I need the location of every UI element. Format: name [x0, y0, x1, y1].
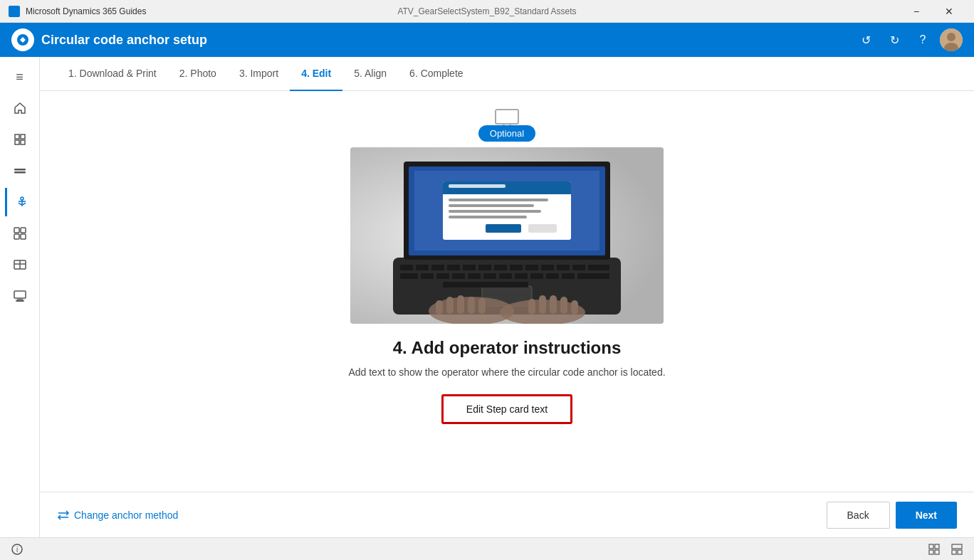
header-logo	[11, 28, 34, 51]
svg-rect-73	[457, 295, 464, 314]
svg-rect-42	[588, 265, 609, 270]
sidebar-item-menu[interactable]: ≡	[6, 63, 34, 91]
tab-edit[interactable]: 4. Edit	[290, 57, 342, 91]
svg-rect-13	[14, 228, 19, 233]
tab-download-print[interactable]: 1. Download & Print	[57, 57, 168, 91]
svg-rect-46	[452, 273, 465, 279]
svg-text:i: i	[16, 546, 18, 554]
next-button[interactable]: Next	[896, 502, 957, 529]
svg-rect-32	[431, 265, 444, 270]
svg-rect-49	[499, 273, 512, 279]
title-bar: Microsoft Dynamics 365 Guides ATV_GearSe…	[0, 0, 974, 23]
svg-rect-31	[416, 265, 429, 270]
svg-rect-75	[478, 298, 486, 314]
laptop-image	[350, 147, 664, 324]
svg-rect-74	[468, 297, 475, 314]
svg-rect-14	[21, 228, 26, 233]
tab-align[interactable]: 5. Align	[342, 57, 398, 91]
svg-rect-68	[528, 224, 557, 233]
sidebar-item-anchor[interactable]	[5, 188, 36, 216]
svg-rect-7	[21, 140, 25, 144]
sidebar-item-media[interactable]	[6, 282, 34, 310]
tab-complete[interactable]: 6. Complete	[398, 57, 474, 91]
svg-rect-43	[400, 273, 418, 279]
svg-rect-53	[562, 273, 575, 279]
svg-rect-5	[21, 134, 25, 139]
svg-rect-67	[486, 224, 521, 233]
tabs: 1. Download & Print 2. Photo 3. Import 4…	[40, 57, 974, 91]
sidebar-item-step[interactable]	[6, 157, 34, 185]
svg-rect-41	[572, 265, 585, 270]
back-button[interactable]: Back	[827, 502, 890, 529]
svg-rect-61	[443, 190, 571, 194]
svg-rect-37	[510, 265, 523, 270]
svg-rect-76	[528, 299, 535, 315]
svg-rect-48	[483, 273, 496, 279]
svg-rect-38	[525, 265, 538, 270]
svg-rect-55	[443, 282, 528, 287]
svg-rect-72	[446, 297, 454, 314]
change-anchor-button[interactable]: Change anchor method	[57, 509, 178, 521]
undo-button[interactable]: ↺	[854, 28, 877, 51]
svg-rect-54	[577, 273, 609, 279]
sidebar-item-outline[interactable]	[6, 125, 34, 154]
step-desc: Add text to show the operator where the …	[348, 366, 665, 378]
svg-point-10	[21, 197, 23, 200]
content-area: 1. Download & Print 2. Photo 3. Import 4…	[40, 57, 974, 537]
svg-rect-50	[515, 273, 528, 279]
svg-rect-87	[952, 544, 962, 549]
svg-rect-64	[449, 204, 534, 207]
close-button[interactable]: ✕	[933, 0, 965, 23]
svg-rect-4	[15, 134, 19, 139]
sidebar-item-home[interactable]	[6, 94, 34, 122]
app-icon	[9, 6, 20, 17]
main-content: Optional	[40, 91, 974, 492]
svg-rect-36	[494, 265, 507, 270]
svg-rect-65	[449, 210, 541, 213]
footer-nav: Back Next	[827, 502, 957, 529]
svg-rect-35	[478, 265, 491, 270]
svg-rect-63	[449, 199, 548, 201]
edit-step-card-button[interactable]: Edit Step card text	[442, 395, 572, 423]
svg-rect-23	[496, 110, 518, 124]
svg-rect-66	[449, 216, 527, 218]
tab-photo[interactable]: 2. Photo	[168, 57, 228, 91]
app-header-title: Circular code anchor setup	[41, 33, 207, 48]
svg-rect-44	[421, 273, 434, 279]
svg-rect-77	[539, 295, 546, 314]
svg-rect-15	[14, 234, 19, 239]
title-bar-controls: − ✕	[900, 0, 965, 23]
app-name: Microsoft Dynamics 365 Guides	[26, 6, 146, 16]
redo-button[interactable]: ↻	[883, 28, 906, 51]
minimize-button[interactable]: −	[900, 0, 933, 23]
svg-rect-62	[449, 184, 506, 188]
center-title: ATV_GearSelectSystem_B92_Standard Assets	[397, 6, 576, 16]
svg-rect-85	[929, 550, 933, 554]
svg-rect-9	[14, 171, 26, 174]
sidebar-item-grid[interactable]	[6, 219, 34, 248]
svg-rect-34	[463, 265, 476, 270]
status-bar: i	[0, 537, 974, 560]
change-anchor-label: Change anchor method	[74, 509, 178, 521]
avatar[interactable]	[940, 28, 963, 51]
header-bar: Circular code anchor setup ↺ ↻ ?	[0, 23, 974, 57]
svg-rect-80	[571, 300, 578, 315]
svg-rect-47	[468, 273, 481, 279]
svg-rect-78	[550, 295, 557, 314]
header-title-group: Circular code anchor setup	[11, 28, 207, 51]
footer: Change anchor method Back Next	[40, 492, 974, 537]
svg-rect-6	[15, 140, 19, 144]
info-icon[interactable]: i	[9, 541, 26, 558]
sidebar: ≡	[0, 57, 40, 537]
tab-import[interactable]: 3. Import	[228, 57, 290, 91]
svg-rect-52	[546, 273, 559, 279]
svg-rect-84	[935, 544, 939, 549]
svg-rect-83	[929, 544, 933, 549]
svg-point-2	[947, 33, 955, 41]
help-button[interactable]: ?	[911, 28, 934, 51]
svg-rect-86	[935, 550, 939, 554]
sidebar-item-table[interactable]	[6, 250, 34, 279]
svg-rect-8	[14, 169, 26, 171]
layout-panel-icon[interactable]	[948, 541, 965, 558]
layout-grid-icon[interactable]	[926, 541, 943, 558]
